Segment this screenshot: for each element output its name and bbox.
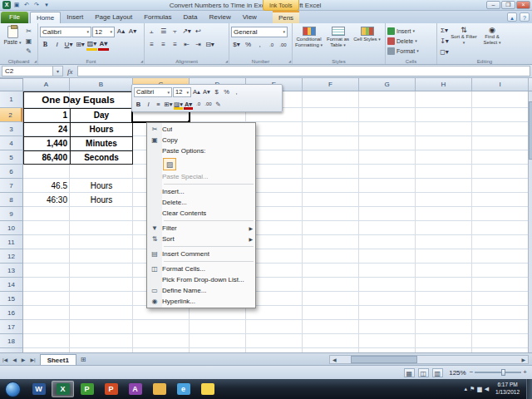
insert-worksheet-icon[interactable]: ⊞ [76, 356, 91, 363]
worksheet-grid[interactable]: One Day Equals1Day24Hours1,440Minutes86,… [23, 91, 532, 352]
row-header-7[interactable]: 7 [0, 179, 22, 193]
font-name-select[interactable]: Calibri▾ [40, 27, 91, 37]
name-box-dropdown-icon[interactable]: ▾ [53, 66, 63, 76]
decrease-indent-icon[interactable]: ⇤ [181, 40, 192, 51]
column-header-G[interactable]: G [359, 78, 416, 91]
format-as-table-button[interactable]: Format as Table ▾ [323, 25, 352, 57]
volume-icon[interactable]: ◀ [485, 386, 489, 392]
row-header-9[interactable]: 9 [0, 207, 22, 221]
qat-dropdown-icon[interactable]: ▾ [42, 1, 51, 9]
menu-item-copy[interactable]: ▣Copy [147, 135, 255, 145]
redo-icon[interactable]: ↷ [32, 1, 41, 9]
row-header-3[interactable]: 3 [0, 122, 22, 136]
ribbon-tab-insert[interactable]: Insert [61, 12, 89, 23]
mini-italic-button[interactable]: I [144, 100, 153, 110]
network-icon[interactable]: ▆ [477, 386, 481, 392]
page-break-view-icon[interactable]: ▥ [432, 368, 443, 377]
align-middle-icon[interactable]: ☰ [158, 27, 169, 37]
fill-icon[interactable]: ↧▾ [439, 37, 450, 47]
zoom-out-icon[interactable]: − [470, 368, 474, 377]
taskbar-item-word[interactable]: W [27, 381, 50, 397]
delete-cells-button[interactable]: Delete▾ [387, 36, 435, 46]
ribbon-tab-pens[interactable]: Pens [273, 11, 299, 23]
mini-comma-icon[interactable]: , [232, 87, 241, 97]
zoom-level[interactable]: 125% [446, 369, 466, 377]
mini-font-name-select[interactable]: Calibri▾ [134, 87, 172, 97]
start-button[interactable] [5, 382, 21, 397]
cell-B7[interactable]: Hours [70, 179, 133, 193]
number-format-select[interactable]: General▾ [231, 27, 288, 37]
borders-icon[interactable]: ⊞▾ [75, 40, 86, 51]
autosum-icon[interactable]: Σ▾ [439, 26, 450, 36]
row-header-12[interactable]: 12 [0, 249, 22, 264]
align-bottom-icon[interactable]: ⫟ [170, 27, 180, 37]
mini-format-painter-icon[interactable]: ✎ [214, 100, 223, 110]
row-header-15[interactable]: 15 [0, 292, 22, 306]
ribbon-tab-page-layout[interactable]: Page Layout [89, 12, 138, 23]
cell-A8[interactable]: 46:30 [23, 193, 70, 207]
ribbon-tab-formulas[interactable]: Formulas [138, 12, 177, 23]
hscroll-left-icon[interactable]: ◀ [330, 357, 339, 362]
sheet-tab-sheet1[interactable]: Sheet1 [40, 354, 76, 365]
cell-B3[interactable]: Hours [70, 122, 133, 136]
row-header-17[interactable]: 17 [0, 320, 22, 334]
cell-B2[interactable]: Day [70, 108, 133, 122]
mini-fill-color-icon[interactable]: ▨▾ [174, 100, 183, 110]
restore-button[interactable]: ❐ [501, 1, 515, 9]
close-button[interactable]: × [516, 1, 530, 9]
mini-increase-decimal-icon[interactable]: .0 [194, 100, 203, 110]
row-header-6[interactable]: 6 [0, 165, 22, 179]
format-cells-button[interactable]: Format▾ [387, 46, 435, 56]
cell-A1-merged[interactable]: One Day Equals [23, 91, 133, 108]
taskbar-item-notes[interactable] [196, 381, 219, 397]
help-icon[interactable]: ? [520, 12, 530, 22]
mini-font-color-icon[interactable]: A▾ [184, 100, 193, 110]
taskbar-item-browser[interactable]: e [172, 381, 195, 397]
taskbar-item-publisher[interactable]: P [76, 381, 98, 397]
cell-B8[interactable]: Hours [70, 193, 133, 207]
name-box[interactable]: C2 [2, 66, 53, 76]
decrease-decimal-icon[interactable]: .00 [278, 40, 288, 51]
row-header-18[interactable]: 18 [0, 334, 22, 348]
menu-item-pick-from-drop-down-list[interactable]: Pick From Drop-down List... [147, 274, 255, 285]
mini-accounting-icon[interactable]: $ [212, 87, 221, 97]
cell-B5[interactable]: Seconds [70, 150, 133, 165]
ribbon-tab-data[interactable]: Data [178, 12, 204, 23]
column-header-I[interactable]: I [472, 78, 529, 91]
taskbar-item-folder[interactable] [148, 381, 170, 397]
bold-button[interactable]: B [40, 40, 51, 51]
page-layout-view-icon[interactable]: ◫ [418, 368, 429, 377]
taskbar-item-excel[interactable]: X [52, 381, 74, 397]
menu-item-clear-contents[interactable]: Clear Contents [147, 208, 255, 219]
last-sheet-icon[interactable]: ▶| [27, 357, 37, 362]
excel-logo-icon[interactable]: X [2, 1, 11, 9]
save-icon[interactable]: ▣ [12, 1, 21, 9]
mini-grow-font-icon[interactable]: A▴ [192, 87, 201, 97]
next-sheet-icon[interactable]: ▶ [19, 357, 28, 362]
column-header-B[interactable]: B [70, 78, 133, 91]
increase-indent-icon[interactable]: ⇥ [193, 40, 204, 51]
mini-shrink-font-icon[interactable]: A▾ [202, 87, 211, 97]
cell-B4[interactable]: Minutes [70, 136, 133, 150]
align-center-icon[interactable]: ≡ [158, 40, 169, 51]
row-header-5[interactable]: 5 [0, 150, 22, 165]
find-select-button[interactable]: ◉ Find & Select ▾ [478, 25, 506, 57]
paste-icon[interactable]: ▨ [163, 158, 176, 170]
column-header-F[interactable]: F [303, 78, 359, 91]
copy-icon[interactable]: ▣ [23, 37, 34, 46]
menu-item-delete[interactable]: Delete... [147, 197, 255, 208]
cell-A4[interactable]: 1,440 [23, 136, 70, 150]
select-all-corner[interactable] [0, 78, 23, 91]
zoom-thumb[interactable] [501, 369, 505, 376]
hscroll-right-icon[interactable]: ▶ [519, 357, 528, 362]
minimize-ribbon-icon[interactable]: ▴ [507, 12, 517, 22]
percent-style-icon[interactable]: % [243, 40, 254, 51]
vertical-scrollbar-thumb[interactable] [529, 101, 532, 160]
mini-center-icon[interactable]: ≡ [154, 100, 163, 110]
row-header-2[interactable]: 2 [0, 108, 22, 122]
comma-style-icon[interactable]: , [254, 40, 265, 51]
underline-button[interactable]: U▾ [63, 40, 74, 51]
taskbar-item-powerpoint[interactable]: P [100, 381, 122, 397]
increase-decimal-icon[interactable]: .0 [266, 40, 277, 51]
menu-item-paste-options[interactable]: Paste Options: [147, 145, 255, 156]
